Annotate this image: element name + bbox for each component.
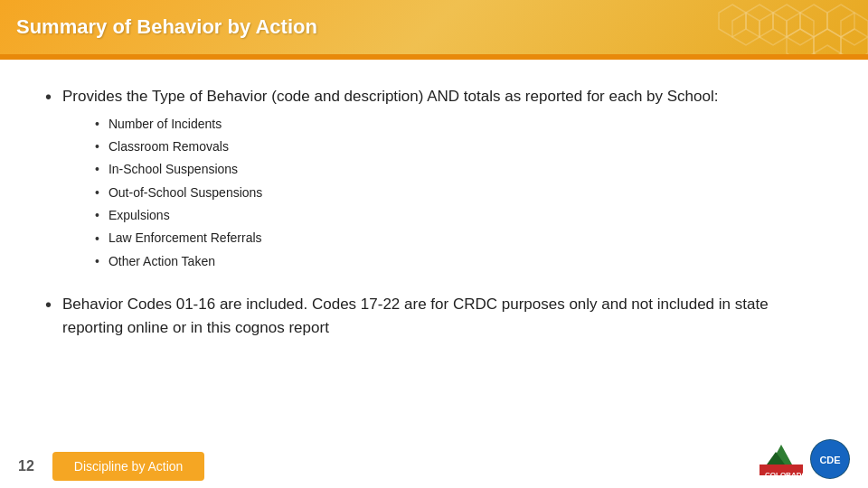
sub-dot-7: • [95, 254, 99, 268]
svg-marker-12 [841, 29, 868, 54]
sub-dot-6: • [95, 231, 99, 246]
sub-label-6: Law Enforcement Referrals [108, 228, 262, 248]
main-bullet-2: • Behavior Codes 01-16 are included. Cod… [45, 293, 823, 339]
svg-text:CDE: CDE [819, 455, 840, 465]
sub-label-3: In-School Suspensions [108, 159, 238, 179]
footer-tab-label: Discipline by Action [74, 459, 184, 474]
content-area: • Provides the Type of Behavior (code an… [0, 60, 868, 373]
bullet-1-content: Provides the Type of Behavior (code and … [62, 85, 718, 277]
bullet-2-text: Behavior Codes 01-16 are included. Codes… [62, 293, 823, 339]
sub-label-5: Expulsions [108, 205, 170, 225]
bullet-dot-1: • [45, 87, 52, 108]
bullet-dot-2: • [45, 295, 52, 315]
sub-dot-2: • [95, 139, 99, 154]
sub-label-1: Number of Incidents [108, 114, 222, 134]
svg-text:COLORADO: COLORADO [765, 471, 803, 479]
svg-marker-10 [787, 29, 814, 54]
sub-bullet-2: • Classroom Removals [95, 136, 718, 156]
bullet-1-text: Provides the Type of Behavior (code and … [62, 88, 718, 105]
main-bullet-1: • Provides the Type of Behavior (code an… [45, 85, 823, 277]
footer: 12 Discipline by Action COLORADO CDE [0, 445, 868, 488]
sub-bullet-6: • Law Enforcement Referrals [95, 228, 718, 248]
colorado-logo: COLORADO [760, 437, 803, 481]
sub-label-4: Out-of-School Suspensions [108, 183, 262, 202]
sub-dot-3: • [95, 162, 99, 176]
sub-bullet-1: • Number of Incidents [95, 114, 718, 134]
sub-bullet-4: • Out-of-School Suspensions [95, 183, 718, 202]
sub-dot-4: • [95, 185, 99, 200]
sub-label-2: Classroom Removals [108, 136, 229, 156]
sub-bullets-list: • Number of Incidents • Classroom Remova… [95, 114, 718, 272]
sub-bullet-7: • Other Action Taken [95, 251, 718, 271]
page-number: 12 [18, 458, 34, 474]
sub-label-7: Other Action Taken [108, 251, 215, 271]
cde-logo: CDE [810, 439, 850, 479]
header: Summary of Behavior by Action [0, 0, 868, 54]
footer-logos: COLORADO CDE [760, 437, 850, 481]
slide-title: Summary of Behavior by Action [16, 15, 317, 39]
svg-marker-11 [814, 45, 841, 54]
footer-tab: Discipline by Action [52, 452, 205, 481]
sub-bullet-5: • Expulsions [95, 205, 718, 225]
sub-bullet-3: • In-School Suspensions [95, 159, 718, 179]
sub-dot-5: • [95, 208, 99, 222]
slide: Summary of Behavior by Action • Provid [0, 0, 868, 488]
sub-dot-1: • [95, 117, 99, 131]
honeycomb-decoration [579, 0, 868, 54]
